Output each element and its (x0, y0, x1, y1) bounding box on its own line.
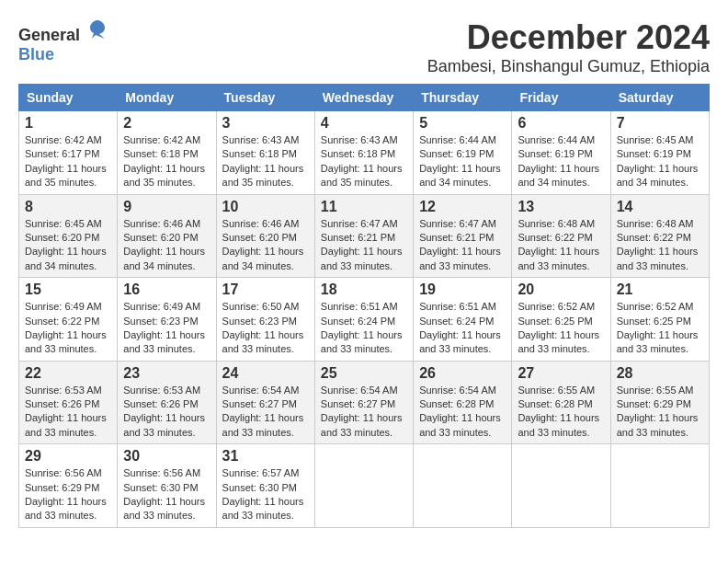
calendar-cell: 11Sunrise: 6:47 AMSunset: 6:21 PMDayligh… (314, 194, 413, 278)
calendar-cell (414, 444, 512, 528)
location-title: Bambesi, Binshangul Gumuz, Ethiopia (427, 57, 710, 76)
calendar-cell: 5Sunrise: 6:44 AMSunset: 6:19 PMDaylight… (414, 111, 512, 195)
day-number: 15 (25, 282, 111, 298)
day-info: Sunrise: 6:50 AMSunset: 6:23 PMDaylight:… (222, 300, 309, 357)
calendar-cell: 25Sunrise: 6:54 AMSunset: 6:27 PMDayligh… (314, 361, 413, 444)
calendar-week-4: 22Sunrise: 6:53 AMSunset: 6:26 PMDayligh… (19, 361, 710, 444)
day-info: Sunrise: 6:48 AMSunset: 6:22 PMDaylight:… (518, 217, 604, 274)
header-day-thursday: Thursday (414, 85, 512, 111)
day-number: 6 (518, 115, 604, 132)
logo-general: General (18, 26, 80, 44)
day-info: Sunrise: 6:54 AMSunset: 6:28 PMDaylight:… (419, 384, 506, 441)
day-info: Sunrise: 6:47 AMSunset: 6:21 PMDaylight:… (419, 217, 506, 274)
day-info: Sunrise: 6:43 AMSunset: 6:18 PMDaylight:… (321, 133, 407, 190)
day-info: Sunrise: 6:53 AMSunset: 6:26 PMDaylight:… (123, 384, 210, 441)
calendar-week-5: 29Sunrise: 6:56 AMSunset: 6:29 PMDayligh… (19, 444, 710, 528)
calendar-header-row: SundayMondayTuesdayWednesdayThursdayFrid… (19, 85, 710, 111)
logo-text: General Blue (18, 18, 108, 64)
title-section: December 2024 Bambesi, Binshangul Gumuz,… (427, 18, 710, 76)
day-number: 17 (222, 282, 309, 298)
header-day-friday: Friday (512, 85, 610, 111)
day-info: Sunrise: 6:47 AMSunset: 6:21 PMDaylight:… (321, 217, 407, 274)
header-day-tuesday: Tuesday (216, 85, 314, 111)
day-info: Sunrise: 6:42 AMSunset: 6:18 PMDaylight:… (123, 133, 210, 190)
day-info: Sunrise: 6:51 AMSunset: 6:24 PMDaylight:… (321, 300, 407, 357)
day-info: Sunrise: 6:52 AMSunset: 6:25 PMDaylight:… (518, 300, 604, 357)
day-info: Sunrise: 6:55 AMSunset: 6:29 PMDaylight:… (617, 384, 703, 441)
day-number: 31 (222, 448, 309, 465)
day-number: 29 (25, 448, 111, 465)
calendar-cell: 4Sunrise: 6:43 AMSunset: 6:18 PMDaylight… (314, 111, 413, 195)
day-number: 7 (617, 115, 703, 132)
day-number: 9 (123, 199, 210, 215)
day-info: Sunrise: 6:43 AMSunset: 6:18 PMDaylight:… (222, 133, 309, 190)
calendar-cell: 3Sunrise: 6:43 AMSunset: 6:18 PMDaylight… (216, 111, 314, 195)
day-info: Sunrise: 6:52 AMSunset: 6:25 PMDaylight:… (617, 300, 703, 357)
calendar-cell (314, 444, 413, 528)
header: General Blue December 2024 Bambesi, Bins… (18, 18, 710, 76)
calendar-cell: 2Sunrise: 6:42 AMSunset: 6:18 PMDaylight… (118, 111, 216, 195)
day-number: 23 (123, 365, 210, 382)
day-number: 12 (419, 199, 506, 215)
calendar-cell: 20Sunrise: 6:52 AMSunset: 6:25 PMDayligh… (512, 278, 610, 362)
day-number: 25 (321, 365, 407, 382)
day-info: Sunrise: 6:53 AMSunset: 6:26 PMDaylight:… (25, 384, 111, 441)
calendar-cell: 23Sunrise: 6:53 AMSunset: 6:26 PMDayligh… (118, 361, 216, 444)
day-info: Sunrise: 6:48 AMSunset: 6:22 PMDaylight:… (617, 217, 703, 274)
day-info: Sunrise: 6:45 AMSunset: 6:19 PMDaylight:… (617, 133, 703, 190)
logo-blue: Blue (18, 45, 54, 63)
day-info: Sunrise: 6:49 AMSunset: 6:22 PMDaylight:… (25, 300, 111, 357)
day-number: 21 (617, 282, 703, 298)
day-number: 2 (123, 115, 210, 132)
day-info: Sunrise: 6:46 AMSunset: 6:20 PMDaylight:… (222, 217, 309, 274)
page-container: General Blue December 2024 Bambesi, Bins… (18, 18, 710, 528)
calendar-cell: 8Sunrise: 6:45 AMSunset: 6:20 PMDaylight… (19, 194, 118, 278)
calendar-cell: 14Sunrise: 6:48 AMSunset: 6:22 PMDayligh… (610, 194, 709, 278)
calendar-cell: 24Sunrise: 6:54 AMSunset: 6:27 PMDayligh… (216, 361, 314, 444)
day-number: 20 (518, 282, 604, 298)
day-number: 4 (321, 115, 407, 132)
day-number: 18 (321, 282, 407, 298)
day-number: 30 (123, 448, 210, 465)
calendar-table: SundayMondayTuesdayWednesdayThursdayFrid… (18, 84, 710, 528)
day-number: 5 (419, 115, 506, 132)
logo: General Blue (18, 18, 108, 64)
calendar-cell (610, 444, 709, 528)
day-info: Sunrise: 6:51 AMSunset: 6:24 PMDaylight:… (419, 300, 506, 357)
calendar-cell: 18Sunrise: 6:51 AMSunset: 6:24 PMDayligh… (314, 278, 413, 362)
calendar-cell: 13Sunrise: 6:48 AMSunset: 6:22 PMDayligh… (512, 194, 610, 278)
calendar-cell: 21Sunrise: 6:52 AMSunset: 6:25 PMDayligh… (610, 278, 709, 362)
day-number: 26 (419, 365, 506, 382)
day-info: Sunrise: 6:55 AMSunset: 6:28 PMDaylight:… (518, 384, 604, 441)
calendar-cell: 1Sunrise: 6:42 AMSunset: 6:17 PMDaylight… (19, 111, 118, 195)
day-number: 3 (222, 115, 309, 132)
calendar-cell: 30Sunrise: 6:56 AMSunset: 6:30 PMDayligh… (118, 444, 216, 528)
day-number: 10 (222, 199, 309, 215)
day-info: Sunrise: 6:44 AMSunset: 6:19 PMDaylight:… (419, 133, 506, 190)
day-info: Sunrise: 6:49 AMSunset: 6:23 PMDaylight:… (123, 300, 210, 357)
day-number: 11 (321, 199, 407, 215)
day-info: Sunrise: 6:54 AMSunset: 6:27 PMDaylight:… (321, 384, 407, 441)
logo-bird-icon (86, 18, 108, 40)
day-info: Sunrise: 6:54 AMSunset: 6:27 PMDaylight:… (222, 384, 309, 441)
day-info: Sunrise: 6:46 AMSunset: 6:20 PMDaylight:… (123, 217, 210, 274)
day-info: Sunrise: 6:44 AMSunset: 6:19 PMDaylight:… (518, 133, 604, 190)
calendar-cell: 29Sunrise: 6:56 AMSunset: 6:29 PMDayligh… (19, 444, 118, 528)
day-number: 1 (25, 115, 111, 132)
day-number: 19 (419, 282, 506, 298)
calendar-cell: 27Sunrise: 6:55 AMSunset: 6:28 PMDayligh… (512, 361, 610, 444)
day-info: Sunrise: 6:56 AMSunset: 6:29 PMDaylight:… (25, 466, 111, 523)
calendar-cell: 12Sunrise: 6:47 AMSunset: 6:21 PMDayligh… (414, 194, 512, 278)
calendar-cell: 7Sunrise: 6:45 AMSunset: 6:19 PMDaylight… (610, 111, 709, 195)
calendar-week-1: 1Sunrise: 6:42 AMSunset: 6:17 PMDaylight… (19, 111, 710, 195)
calendar-cell: 28Sunrise: 6:55 AMSunset: 6:29 PMDayligh… (610, 361, 709, 444)
header-day-sunday: Sunday (19, 85, 118, 111)
day-number: 14 (617, 199, 703, 215)
calendar-cell: 19Sunrise: 6:51 AMSunset: 6:24 PMDayligh… (414, 278, 512, 362)
day-number: 8 (25, 199, 111, 215)
header-day-monday: Monday (118, 85, 216, 111)
day-info: Sunrise: 6:45 AMSunset: 6:20 PMDaylight:… (25, 217, 111, 274)
day-number: 24 (222, 365, 309, 382)
calendar-cell: 22Sunrise: 6:53 AMSunset: 6:26 PMDayligh… (19, 361, 118, 444)
month-title: December 2024 (427, 18, 710, 57)
